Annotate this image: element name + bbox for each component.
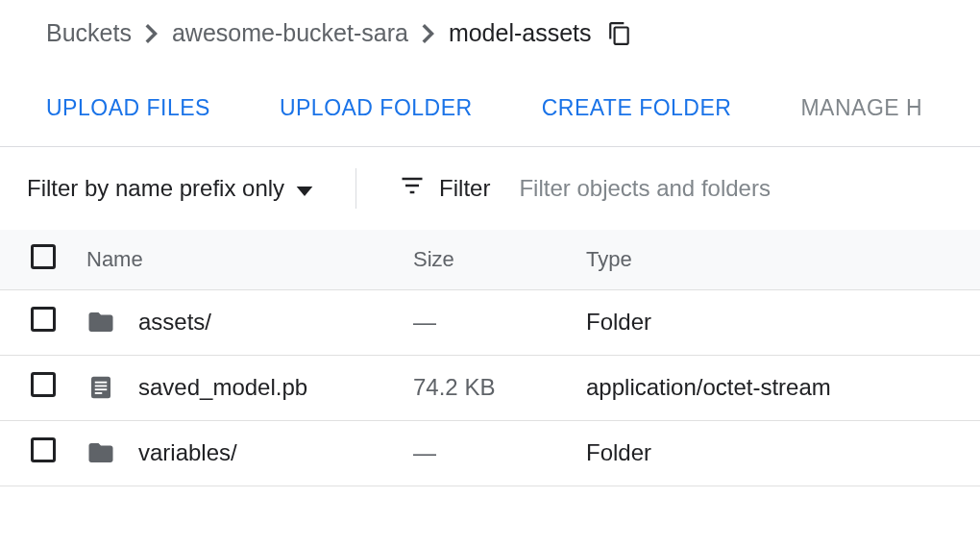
svg-rect-2 xyxy=(95,386,108,387)
object-name[interactable]: assets/ xyxy=(138,309,211,336)
object-size: 74.2 KB xyxy=(413,355,586,420)
upload-files-button[interactable]: UPLOAD FILES xyxy=(46,95,210,121)
filter-prefix-label: Filter by name prefix only xyxy=(27,175,284,202)
breadcrumb-root[interactable]: Buckets xyxy=(46,19,132,47)
objects-table: Name Size Type assets/—Foldersaved_model… xyxy=(0,230,980,486)
create-folder-button[interactable]: CREATE FOLDER xyxy=(542,95,732,121)
folder-icon xyxy=(86,308,115,336)
svg-rect-1 xyxy=(95,382,108,384)
column-header-size[interactable]: Size xyxy=(413,230,586,289)
object-name[interactable]: saved_model.pb xyxy=(138,374,307,401)
row-checkbox[interactable] xyxy=(31,307,56,332)
object-size: — xyxy=(413,289,586,355)
column-header-type[interactable]: Type xyxy=(586,230,980,289)
filter-label: Filter xyxy=(439,175,490,202)
breadcrumb: Buckets awesome-bucket-sara model-assets xyxy=(0,0,980,47)
object-size: — xyxy=(413,420,586,486)
object-type: Folder xyxy=(586,420,980,486)
select-all-checkbox[interactable] xyxy=(31,244,56,269)
table-header-row: Name Size Type xyxy=(0,230,980,289)
object-type: application/octet-stream xyxy=(586,355,980,420)
filter-row: Filter by name prefix only Filter xyxy=(0,147,980,230)
file-icon xyxy=(86,373,115,402)
filter-group: Filter xyxy=(372,172,490,205)
folder-icon xyxy=(86,438,115,467)
dropdown-arrow-icon xyxy=(296,175,313,202)
object-type: Folder xyxy=(586,289,980,355)
filter-prefix-dropdown[interactable]: Filter by name prefix only xyxy=(27,175,340,202)
copy-icon[interactable] xyxy=(607,21,632,46)
column-header-name[interactable]: Name xyxy=(86,230,413,289)
svg-rect-4 xyxy=(95,392,103,394)
object-name[interactable]: variables/ xyxy=(138,439,237,466)
divider xyxy=(355,168,356,209)
chevron-right-icon xyxy=(145,23,159,44)
action-bar: UPLOAD FILES UPLOAD FOLDER CREATE FOLDER… xyxy=(0,47,980,146)
row-checkbox[interactable] xyxy=(31,372,56,397)
breadcrumb-current: model-assets xyxy=(449,19,592,47)
row-checkbox[interactable] xyxy=(31,437,56,462)
manage-holds-button[interactable]: MANAGE H xyxy=(800,95,922,121)
svg-rect-0 xyxy=(91,377,110,399)
svg-rect-3 xyxy=(95,388,108,390)
table-row[interactable]: variables/—Folder xyxy=(0,420,980,486)
filter-icon xyxy=(399,172,426,205)
table-row[interactable]: saved_model.pb74.2 KBapplication/octet-s… xyxy=(0,355,980,420)
filter-input[interactable] xyxy=(505,175,953,202)
breadcrumb-bucket[interactable]: awesome-bucket-sara xyxy=(172,19,408,47)
chevron-right-icon xyxy=(422,23,435,44)
table-row[interactable]: assets/—Folder xyxy=(0,289,980,355)
upload-folder-button[interactable]: UPLOAD FOLDER xyxy=(280,95,473,121)
